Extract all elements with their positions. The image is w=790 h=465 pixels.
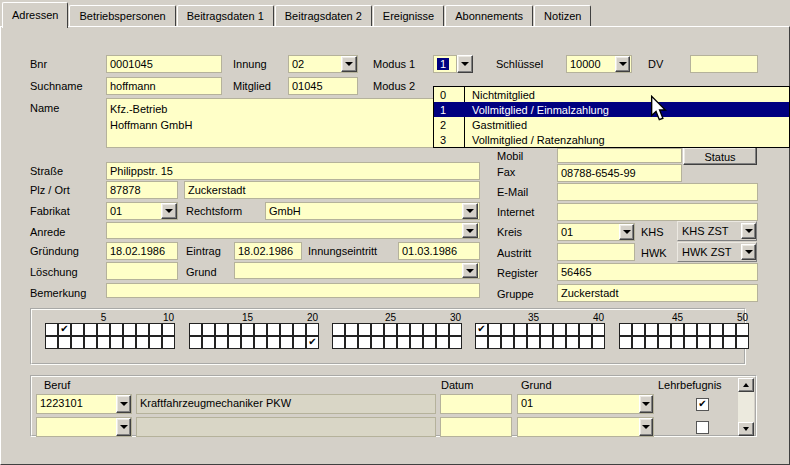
ort-field[interactable]: Zuckerstadt [184,181,480,199]
grid-checkbox-21-top[interactable] [332,323,345,336]
grid-checkbox-19-bottom[interactable] [293,336,306,349]
register-field[interactable]: 56465 [557,263,758,281]
grid-checkbox-6-bottom[interactable] [110,336,123,349]
schluessel-dropdown-button[interactable] [615,56,630,72]
grid-checkbox-19-top[interactable] [293,323,306,336]
internet-field[interactable] [557,203,758,221]
grid-checkbox-46-bottom[interactable] [684,336,697,349]
grid-checkbox-3-top[interactable] [71,323,84,336]
grid-checkbox-4-bottom[interactable] [84,336,97,349]
tab-beitragsdaten-1[interactable]: Beitragsdaten 1 [177,5,274,26]
scroll-up-button[interactable] [738,378,754,392]
grid-checkbox-16-top[interactable] [254,323,267,336]
grid-checkbox-7-top[interactable] [123,323,136,336]
grid-checkbox-7-bottom[interactable] [123,336,136,349]
grid-checkbox-38-bottom[interactable] [566,336,579,349]
grid-checkbox-9-bottom[interactable] [149,336,162,349]
grund-dropdown-button-row1[interactable] [639,395,653,413]
grid-checkbox-45-top[interactable] [671,323,684,336]
grund-field-row1[interactable]: 01 [517,394,654,414]
grid-checkbox-15-bottom[interactable] [241,336,254,349]
fax-field[interactable]: 08788-6545-99 [557,164,682,182]
grid-checkbox-39-top[interactable] [579,323,592,336]
grid-checkbox-46-top[interactable] [684,323,697,336]
grid-checkbox-20-bottom[interactable]: ✔ [306,336,319,349]
grid-checkbox-42-top[interactable] [632,323,645,336]
grid-checkbox-3-bottom[interactable] [71,336,84,349]
grid-checkbox-22-bottom[interactable] [345,336,358,349]
grid-checkbox-15-top[interactable] [241,323,254,336]
grund-field[interactable] [234,262,480,279]
grid-checkbox-10-top[interactable] [162,323,175,336]
tab-notizen[interactable]: Notizen [534,5,591,26]
grid-checkbox-44-bottom[interactable] [658,336,671,349]
grid-checkbox-1-top[interactable] [45,323,58,336]
grid-checkbox-47-top[interactable] [697,323,710,336]
dropdown-option-2[interactable]: 2Gastmitlied [434,117,789,132]
grid-checkbox-48-bottom[interactable] [710,336,723,349]
grid-checkbox-23-bottom[interactable] [358,336,371,349]
grid-checkbox-5-top[interactable] [97,323,110,336]
grid-checkbox-11-top[interactable] [189,323,202,336]
grid-checkbox-41-top[interactable] [619,323,632,336]
beruf-dropdown-button-row2[interactable] [116,418,131,436]
grid-checkbox-37-bottom[interactable] [553,336,566,349]
grid-checkbox-31-top[interactable]: ✔ [475,323,488,336]
bnr-field[interactable]: 0001045 [106,55,222,73]
grid-checkbox-12-top[interactable] [202,323,215,336]
modus1-dropdown-button[interactable] [457,55,473,73]
grid-checkbox-9-top[interactable] [149,323,162,336]
grid-checkbox-26-top[interactable] [397,323,410,336]
status-button[interactable]: Status [683,147,757,165]
datum-field-row1[interactable] [440,394,512,414]
gruppe-field[interactable]: Zuckerstadt [557,284,758,302]
grid-checkbox-8-bottom[interactable] [136,336,149,349]
loeschung-field[interactable] [106,262,178,280]
grid-checkbox-21-bottom[interactable] [332,336,345,349]
name-field[interactable]: Kfz.-Betrieb Hoffmann GmbH [106,98,480,148]
suchname-field[interactable]: hoffmann [106,77,222,95]
grid-checkbox-17-top[interactable] [267,323,280,336]
grid-checkbox-32-bottom[interactable] [488,336,501,349]
beruf-dropdown-button-row1[interactable] [116,395,131,413]
grund-dropdown-button-row2[interactable] [639,418,653,436]
grid-checkbox-40-bottom[interactable] [592,336,605,349]
khs-dropdown-button[interactable] [741,223,756,239]
tab-beitragsdaten-2[interactable]: Beitragsdaten 2 [275,5,372,26]
grid-checkbox-36-top[interactable] [540,323,553,336]
grid-checkbox-34-bottom[interactable] [514,336,527,349]
grid-checkbox-25-top[interactable] [384,323,397,336]
grid-checkbox-31-bottom[interactable] [475,336,488,349]
tab-adressen[interactable]: Adressen [2,2,68,28]
austritt-field[interactable] [557,243,635,261]
hwk-dropdown-button[interactable] [741,244,756,260]
grid-checkbox-6-top[interactable] [110,323,123,336]
grid-checkbox-10-bottom[interactable] [162,336,175,349]
anrede-dropdown-button[interactable] [462,223,478,238]
grid-checkbox-17-bottom[interactable] [267,336,280,349]
grid-checkbox-11-bottom[interactable] [189,336,202,349]
grid-checkbox-24-bottom[interactable] [371,336,384,349]
dropdown-option-3[interactable]: 3Vollmitglied / Ratenzahlung [434,132,789,147]
grid-checkbox-49-bottom[interactable] [723,336,736,349]
grid-checkbox-50-bottom[interactable] [736,336,749,349]
grid-checkbox-40-top[interactable] [592,323,605,336]
grid-checkbox-27-top[interactable] [410,323,423,336]
innung-dropdown-button[interactable] [341,56,357,72]
kreis-dropdown-button[interactable] [619,224,634,240]
grid-checkbox-2-bottom[interactable] [58,336,71,349]
grid-checkbox-33-top[interactable] [501,323,514,336]
grid-checkbox-4-top[interactable] [84,323,97,336]
anrede-field[interactable] [106,222,480,239]
bemerkung-field[interactable] [106,283,480,298]
grid-checkbox-42-bottom[interactable] [632,336,645,349]
datum-field-row2[interactable] [440,417,512,437]
grid-checkbox-5-bottom[interactable] [97,336,110,349]
grid-checkbox-26-bottom[interactable] [397,336,410,349]
grid-checkbox-47-bottom[interactable] [697,336,710,349]
grid-checkbox-37-top[interactable] [553,323,566,336]
tab-abonnements[interactable]: Abonnements [445,5,533,26]
grid-checkbox-2-top[interactable]: ✔ [58,323,71,336]
grid-checkbox-29-top[interactable] [436,323,449,336]
grid-checkbox-41-bottom[interactable] [619,336,632,349]
